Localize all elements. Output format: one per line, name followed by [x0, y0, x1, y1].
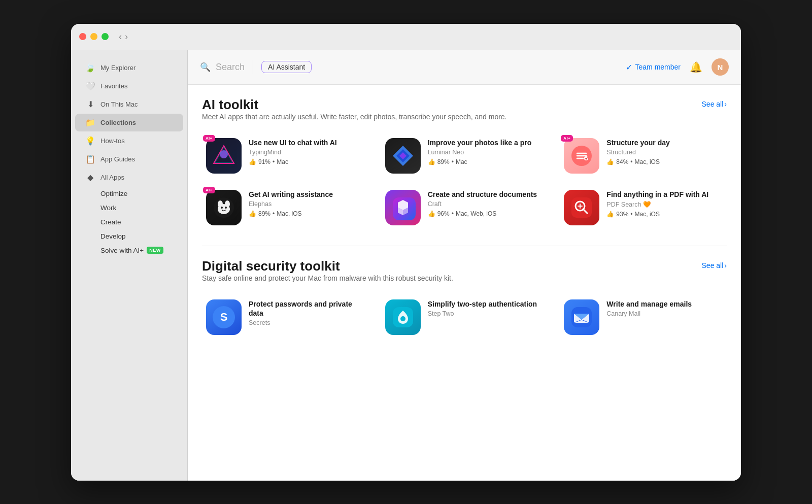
- rating-value-craft: 96%: [437, 210, 450, 217]
- app-card-structured[interactable]: AI+: [560, 134, 727, 178]
- app-body: 🍃 My Explorer 🤍 Favorites ⬇ On This Mac …: [71, 50, 741, 481]
- rating-dot-luminar: •: [452, 158, 454, 165]
- app-icon-wrap-elephas: AI+: [206, 190, 242, 225]
- ai-toolkit-title: AI toolkit: [202, 97, 507, 113]
- app-dev-luminar: Luminar Neo: [428, 149, 544, 156]
- app-icon-craft: [385, 190, 421, 225]
- app-info-canary: Write and manage emails Canary Mail: [606, 299, 723, 320]
- app-card-typingmind[interactable]: AI+ Use new UI to c: [202, 134, 369, 178]
- app-dev-pdfsearch: PDF Search 🧡: [606, 200, 723, 208]
- sidebar-item-on-this-mac[interactable]: ⬇ On This Mac: [75, 95, 183, 113]
- app-dev-secrets: Secrets: [249, 319, 365, 326]
- chevron-right-icon-security: ›: [724, 261, 727, 270]
- app-info-typingmind: Use new UI to chat with AI TypingMind 👍 …: [249, 138, 365, 165]
- sub-item-work[interactable]: Work: [75, 201, 183, 215]
- user-avatar[interactable]: N: [712, 58, 729, 76]
- sidebar-item-my-explorer[interactable]: 🍃 My Explorer: [75, 59, 183, 77]
- content-area: AI toolkit Meet AI apps that are actuall…: [188, 85, 741, 481]
- section-divider: [202, 246, 727, 246]
- app-name-craft: Create and structure documents: [428, 190, 544, 199]
- search-divider: [253, 60, 253, 74]
- app-info-craft: Create and structure documents Craft 👍 9…: [428, 190, 544, 217]
- sidebar-item-collections[interactable]: 📁 Collections: [75, 114, 183, 131]
- app-dev-elephas: Elephas: [249, 200, 365, 208]
- app-icon-wrap-steptwo: [385, 299, 421, 335]
- ai-toolkit-see-all[interactable]: See all ›: [702, 100, 727, 108]
- fullscreen-button[interactable]: [101, 33, 109, 40]
- sub-item-solve-with-ai[interactable]: Solve with AI+ NEW: [75, 244, 183, 257]
- sidebar-label-how-tos: How-tos: [100, 137, 125, 145]
- digital-security-see-all[interactable]: See all ›: [702, 261, 727, 270]
- app-card-canary[interactable]: Write and manage emails Canary Mail: [560, 295, 727, 339]
- sidebar-item-favorites[interactable]: 🤍 Favorites: [75, 77, 183, 95]
- back-arrow[interactable]: ‹: [119, 31, 122, 42]
- close-button[interactable]: [79, 33, 86, 40]
- svg-point-23: [400, 316, 405, 321]
- sub-item-develop[interactable]: Develop: [75, 229, 183, 243]
- ai-toolkit-title-wrap: AI toolkit Meet AI apps that are actuall…: [202, 97, 507, 131]
- nav-arrows: ‹ ›: [119, 31, 128, 42]
- ai-assistant-tag[interactable]: AI Assistant: [261, 61, 312, 73]
- app-card-elephas[interactable]: AI+: [202, 186, 369, 229]
- digital-security-title: Digital security toolkit: [202, 258, 453, 274]
- sidebar-label-favorites: Favorites: [100, 82, 127, 90]
- app-icon-wrap-structured: AI+: [564, 138, 599, 174]
- sub-item-create[interactable]: Create: [75, 215, 183, 229]
- app-icon-typingmind: [206, 138, 242, 174]
- heart-outline-icon: 🤍: [85, 81, 95, 91]
- thumb-up-icon-luminar: 👍: [428, 158, 435, 165]
- sub-item-label-solve-with-ai: Solve with AI+: [100, 247, 144, 254]
- new-badge: NEW: [147, 247, 163, 254]
- app-icon-wrap-luminar: [385, 138, 421, 174]
- thumb-up-icon-craft: 👍: [428, 210, 435, 217]
- app-card-pdfsearch[interactable]: Find anything in a PDF with AI PDF Searc…: [560, 186, 727, 229]
- app-name-canary: Write and manage emails: [606, 299, 723, 309]
- app-rating-craft: 👍 96% • Mac, Web, iOS: [428, 210, 544, 217]
- app-icon-structured: [564, 138, 599, 174]
- rating-value-pdfsearch: 93%: [616, 211, 628, 218]
- app-icon-wrap-craft: [385, 190, 421, 225]
- app-info-steptwo: Simplify two-step authentication Step Tw…: [428, 299, 544, 320]
- app-info-structured: Structure your day Structured 👍 84% • Ma…: [606, 138, 723, 165]
- thumb-up-icon-pdfsearch: 👍: [606, 211, 614, 218]
- team-member-button[interactable]: ✓ Team member: [626, 62, 681, 72]
- sidebar-item-how-tos[interactable]: 💡 How-tos: [75, 132, 183, 150]
- app-dev-craft: Craft: [428, 200, 544, 208]
- minimize-button[interactable]: [90, 33, 97, 40]
- digital-security-title-wrap: Digital security toolkit Stay safe onlin…: [202, 258, 453, 292]
- sidebar-item-app-guides[interactable]: 📋 App Guides: [75, 150, 183, 168]
- platform-elephas: Mac, iOS: [277, 210, 301, 217]
- rating-dot-structured: •: [630, 158, 632, 165]
- download-icon: ⬇: [85, 99, 95, 109]
- chevron-right-icon: ›: [724, 100, 727, 108]
- titlebar: ‹ ›: [71, 24, 741, 50]
- digital-security-section: Digital security toolkit Stay safe onlin…: [202, 258, 727, 339]
- sidebar-item-all-apps[interactable]: ◆ All Apps: [75, 169, 183, 186]
- clipboard-icon: 📋: [85, 154, 95, 164]
- sidebar-label-my-explorer: My Explorer: [100, 64, 136, 72]
- sidebar-label-app-guides: App Guides: [100, 155, 135, 163]
- notification-bell-icon[interactable]: 🔔: [690, 61, 702, 73]
- sub-item-optimize[interactable]: Optimize: [75, 187, 183, 200]
- sidebar-label-collections: Collections: [100, 119, 136, 126]
- ai-plus-badge-elephas: AI+: [203, 187, 215, 193]
- ai-toolkit-apps-grid: AI+ Use new UI to c: [202, 134, 727, 229]
- app-card-craft[interactable]: Create and structure documents Craft 👍 9…: [381, 186, 548, 229]
- ai-plus-badge-structured: AI+: [561, 135, 573, 142]
- sub-item-label-work: Work: [100, 204, 116, 212]
- svg-point-10: [218, 200, 223, 208]
- forward-arrow[interactable]: ›: [125, 31, 128, 42]
- app-rating-luminar: 👍 89% • Mac: [428, 158, 544, 165]
- digital-security-apps-grid: S Protect passwords and private data Sec…: [202, 295, 727, 339]
- app-card-steptwo[interactable]: Simplify two-step authentication Step Tw…: [381, 295, 548, 339]
- svg-point-12: [221, 207, 223, 209]
- app-card-luminar[interactable]: Improve your photos like a pro Luminar N…: [381, 134, 548, 178]
- diamond-icon: ◆: [85, 173, 95, 182]
- rating-value-typingmind: 91%: [258, 158, 270, 165]
- digital-security-description: Stay safe online and protect your Mac fr…: [202, 274, 453, 282]
- app-name-structured: Structure your day: [606, 138, 723, 147]
- app-icon-luminar: [385, 138, 421, 174]
- app-card-secrets[interactable]: S Protect passwords and private data Sec…: [202, 295, 369, 339]
- sub-item-label-develop: Develop: [100, 232, 126, 240]
- app-dev-structured: Structured: [606, 149, 723, 156]
